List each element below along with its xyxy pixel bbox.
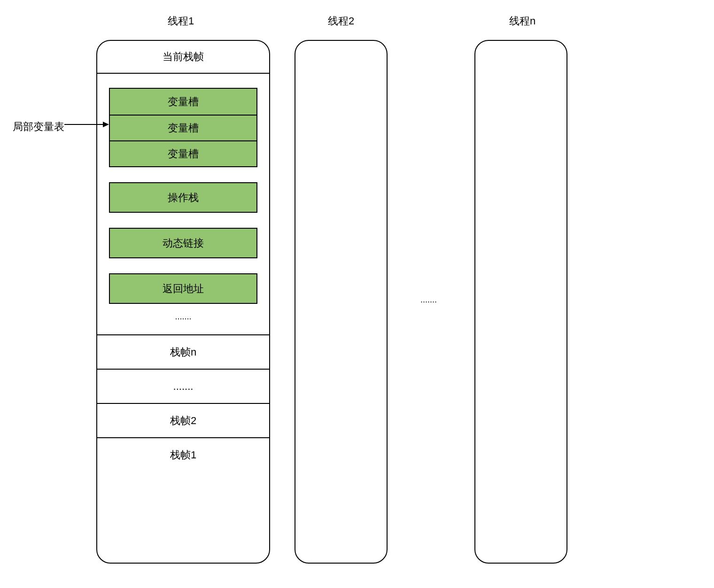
svg-marker-1: [103, 122, 109, 127]
stack-frame-n: 栈帧n: [97, 334, 269, 369]
threadn-title: 线程n: [504, 14, 541, 28]
variable-slot-3: 变量槽: [110, 140, 256, 166]
return-address-block: 返回地址: [109, 273, 257, 304]
dynamic-link-block: 动态链接: [109, 228, 257, 258]
thread1-column: 当前栈帧 变量槽 变量槽 变量槽 操作栈 动态链接 返回地址 ....... 栈…: [96, 40, 270, 564]
stack-frame-2: 栈帧2: [97, 403, 269, 437]
frame-body: 变量槽 变量槽 变量槽 操作栈 动态链接 返回地址 .......: [97, 74, 269, 334]
stack-frame-1: 栈帧1: [97, 437, 269, 472]
thread2-title: 线程2: [322, 14, 360, 28]
threadn-column: [474, 40, 567, 564]
thread1-title: 线程1: [162, 14, 200, 28]
variable-slot-2: 变量槽: [110, 115, 256, 140]
current-frame-header: 当前栈帧: [97, 41, 269, 74]
local-var-table-label: 局部变量表: [13, 120, 64, 134]
operand-stack-block: 操作栈: [109, 182, 257, 213]
between-threads-ellipsis: .......: [420, 295, 437, 305]
frame-ellipsis-1: .......: [109, 304, 257, 330]
thread2-column: [295, 40, 388, 564]
variable-slot-1: 变量槽: [110, 89, 256, 115]
local-var-slots: 变量槽 变量槽 变量槽: [109, 88, 257, 167]
stack-frame-ellipsis: .......: [97, 369, 269, 403]
arrow-icon: [64, 120, 109, 129]
